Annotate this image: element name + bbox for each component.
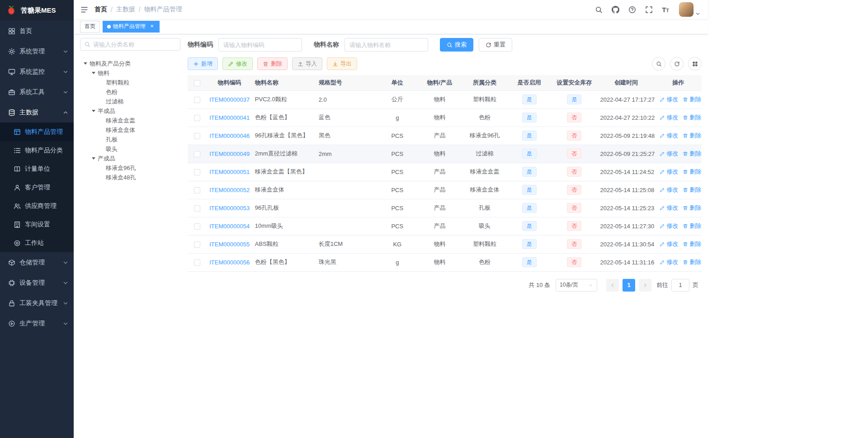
row-delete-link[interactable]: 删除 [683, 150, 701, 158]
sidebar-item[interactable]: 工装夹具管理 [0, 293, 74, 313]
sidebar-subitem[interactable]: 车间设置 [0, 215, 74, 234]
row-checkbox[interactable] [194, 259, 200, 266]
import-button[interactable]: 导入 [292, 57, 322, 70]
row-checkbox[interactable] [194, 133, 200, 139]
tree-node[interactable]: 塑料颗粒 [80, 78, 180, 87]
material-code-link[interactable]: ITEM00000037 [209, 96, 250, 103]
sidebar-item[interactable]: 主数据 [0, 102, 74, 122]
table-row[interactable]: ITEM00000056色粉【黑色】珠光黑g物料色粉是否2022-05-14 1… [188, 253, 702, 271]
row-edit-link[interactable]: 修改 [660, 113, 678, 122]
material-code-link[interactable]: ITEM00000056 [209, 259, 250, 266]
table-row[interactable]: ITEM0000004696孔移液盒【黑色】黑色PCS产品移液盒96孔是否202… [188, 127, 702, 145]
row-checkbox[interactable] [194, 187, 200, 193]
sidebar-item[interactable]: 系统管理 [0, 41, 74, 61]
sidebar-subitem[interactable]: 计量单位 [0, 160, 74, 178]
material-code-link[interactable]: ITEM00000049 [209, 151, 250, 157]
sidebar-toggle-button[interactable] [74, 0, 94, 19]
row-delete-link[interactable]: 删除 [683, 240, 701, 248]
row-checkbox[interactable] [194, 241, 200, 248]
export-button[interactable]: 导出 [327, 57, 357, 70]
name-filter-input[interactable] [344, 38, 428, 52]
table-row[interactable]: ITEM00000052移液盒盒体PCS产品移液盒盒体是否2022-05-14 … [188, 181, 702, 199]
tree-node[interactable]: 物料 [80, 68, 180, 78]
tree-node[interactable]: 产成品 [80, 154, 180, 163]
sidebar-item[interactable]: 生产管理 [0, 313, 74, 334]
table-row[interactable]: ITEM0000005410mm吸头PCS产品吸头是否2022-05-14 11… [188, 217, 702, 235]
sidebar-item[interactable]: 系统监控 [0, 61, 74, 82]
row-delete-link[interactable]: 删除 [683, 95, 701, 104]
row-delete-link[interactable]: 删除 [683, 186, 701, 194]
add-button[interactable]: 新增 [188, 57, 218, 70]
table-row[interactable]: ITEM00000041色粉【蓝色】蓝色g物料色粉是否2022-04-27 22… [188, 108, 702, 127]
row-checkbox[interactable] [194, 97, 200, 103]
row-checkbox[interactable] [194, 151, 200, 157]
row-edit-link[interactable]: 修改 [660, 132, 678, 140]
table-row[interactable]: ITEM000000492mm直径过滤棉2mmPCS物料过滤棉是否2022-05… [188, 145, 702, 163]
tree-node[interactable]: 移液盒盒体 [80, 125, 180, 135]
tree-node[interactable]: 移液盒96孔 [80, 163, 180, 173]
breadcrumb-item[interactable]: 首页 [94, 5, 107, 14]
row-checkbox[interactable] [194, 115, 200, 121]
table-row[interactable]: ITEM0000005396孔孔板PCS产品孔板是否2022-05-14 11:… [188, 199, 702, 217]
row-delete-link[interactable]: 删除 [683, 258, 701, 266]
row-delete-link[interactable]: 删除 [683, 222, 701, 230]
row-edit-link[interactable]: 修改 [660, 186, 678, 194]
row-delete-link[interactable]: 删除 [683, 204, 701, 212]
tree-node[interactable]: 半成品 [80, 106, 180, 116]
current-page-button[interactable]: 1 [623, 279, 635, 292]
tree-expand-caret[interactable] [92, 110, 95, 112]
row-edit-link[interactable]: 修改 [660, 150, 678, 158]
sidebar-item[interactable]: 首页 [0, 21, 74, 41]
github-icon[interactable] [611, 5, 619, 14]
help-icon[interactable] [628, 5, 636, 14]
search-button[interactable]: 搜索 [440, 38, 473, 52]
material-code-link[interactable]: ITEM00000052 [209, 187, 250, 193]
material-code-link[interactable]: ITEM00000046 [209, 132, 250, 139]
category-search-input[interactable] [93, 41, 176, 48]
material-code-link[interactable]: ITEM00000053 [209, 205, 250, 212]
table-row[interactable]: ITEM00000055ABS颗粒长度1CMKG物料塑料颗粒是否2022-05-… [188, 235, 702, 253]
code-filter-input[interactable] [218, 38, 302, 52]
tree-node[interactable]: 孔板 [80, 135, 180, 144]
row-edit-link[interactable]: 修改 [660, 240, 678, 248]
table-row[interactable]: ITEM00000037PVC2.0颗粒2.0公斤物料塑料颗粒是是2022-04… [188, 90, 702, 108]
tree-expand-caret[interactable] [92, 72, 95, 74]
table-row[interactable]: ITEM00000051移液盒盒盖【黑色】PCS产品移液盒盒盖是否2022-05… [188, 163, 702, 181]
material-code-link[interactable]: ITEM00000055 [209, 241, 250, 248]
sidebar-subitem[interactable]: 客户管理 [0, 178, 74, 197]
tree-node[interactable]: 物料及产品分类 [80, 59, 180, 68]
reset-button[interactable]: 重置 [479, 38, 512, 52]
delete-button[interactable]: 删除 [257, 57, 288, 70]
edit-button[interactable]: 修改 [222, 57, 253, 70]
row-checkbox[interactable] [194, 205, 200, 212]
app-logo[interactable]: 苦糖果MES [0, 0, 74, 21]
tab-close-icon[interactable]: × [149, 24, 155, 30]
row-edit-link[interactable]: 修改 [660, 204, 678, 212]
sidebar-item[interactable]: 设备管理 [0, 273, 74, 293]
row-checkbox[interactable] [194, 223, 200, 230]
tab-0[interactable]: 首页 [80, 21, 100, 33]
tree-node[interactable]: 色粉 [80, 87, 180, 97]
row-delete-link[interactable]: 删除 [683, 168, 701, 176]
tree-node[interactable]: 移液盒48孔 [80, 173, 180, 182]
tab-active[interactable]: 物料产品管理× [103, 21, 160, 33]
toggle-search-button[interactable] [652, 57, 665, 71]
row-edit-link[interactable]: 修改 [660, 95, 678, 104]
row-delete-link[interactable]: 删除 [683, 113, 701, 122]
sidebar-item[interactable]: 系统工具 [0, 82, 74, 102]
material-code-link[interactable]: ITEM00000054 [209, 223, 250, 230]
row-edit-link[interactable]: 修改 [660, 222, 678, 230]
select-all-checkbox[interactable] [194, 80, 200, 86]
fontsize-icon[interactable]: TT [661, 5, 670, 14]
tree-node[interactable]: 过滤棉 [80, 97, 180, 106]
tree-node[interactable]: 吸头 [80, 144, 180, 154]
refresh-table-button[interactable] [670, 57, 684, 71]
row-delete-link[interactable]: 删除 [683, 132, 701, 140]
material-code-link[interactable]: ITEM00000051 [209, 169, 250, 175]
user-menu[interactable] [679, 2, 701, 17]
columns-toggle-button[interactable] [688, 57, 702, 71]
sidebar-subitem[interactable]: 物料产品分类 [0, 141, 74, 160]
row-edit-link[interactable]: 修改 [660, 258, 678, 266]
sidebar-item[interactable]: 仓储管理 [0, 252, 74, 273]
sidebar-subitem[interactable]: 供应商管理 [0, 197, 74, 215]
